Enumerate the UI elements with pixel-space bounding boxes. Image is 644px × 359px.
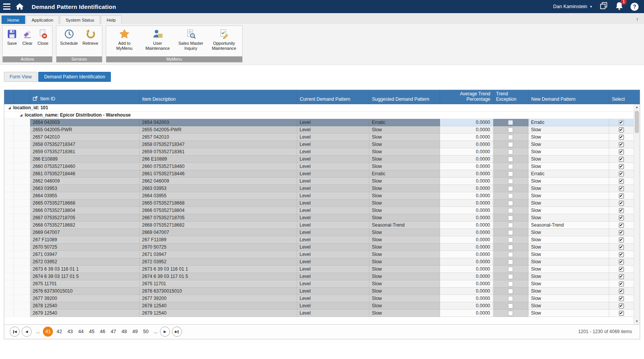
tab-form-view[interactable]: Form View [4, 72, 37, 82]
cell-trend-exception[interactable] [493, 156, 528, 163]
cell-item-description[interactable]: 2667 075352718705 [139, 214, 297, 222]
cell-select[interactable] [609, 266, 634, 273]
select-checkbox[interactable] [619, 230, 624, 235]
cell-trend-exception[interactable] [493, 258, 528, 266]
select-checkbox[interactable] [619, 252, 624, 257]
select-checkbox[interactable] [619, 289, 624, 294]
cell-current-demand-pattern[interactable]: Level [297, 251, 369, 258]
trend-exception-checkbox[interactable] [508, 296, 513, 301]
trend-exception-checkbox[interactable] [508, 201, 513, 206]
cell-suggested-demand-pattern[interactable]: Slow [369, 134, 440, 141]
collapse-group-icon[interactable] [20, 114, 22, 117]
cell-item-id[interactable]: 2674 6 39 03 117 01 5 [30, 273, 139, 280]
cell-suggested-demand-pattern[interactable]: Slow [369, 141, 440, 148]
cell-new-demand-pattern[interactable]: Slow [528, 141, 609, 148]
cell-item-description[interactable]: 2654 042003 [139, 119, 297, 126]
cell-item-id[interactable]: 2679 12540 [30, 310, 139, 317]
table-row[interactable]: 2668 075352718682 2668 075352718682 Leve… [4, 222, 634, 229]
cell-average-trend-percentage[interactable]: 0.0000 [440, 126, 493, 134]
cell-select[interactable] [609, 310, 634, 317]
cell-current-demand-pattern[interactable]: Level [297, 222, 369, 229]
cell-item-description[interactable]: 2678 12540 [139, 302, 297, 310]
cell-item-id[interactable]: 2676 63730015010 [30, 288, 139, 295]
cell-suggested-demand-pattern[interactable]: Slow [369, 192, 440, 200]
column-header-average-trend-percentage[interactable]: Average Trend Percentage [440, 90, 493, 104]
cell-select[interactable] [609, 148, 634, 156]
cell-select[interactable] [609, 141, 634, 148]
notifications-bell-icon[interactable]: 1 [615, 1, 624, 12]
cell-new-demand-pattern[interactable]: Slow [528, 126, 609, 134]
cell-new-demand-pattern[interactable]: Slow [528, 214, 609, 222]
cell-new-demand-pattern[interactable]: Slow [528, 185, 609, 192]
table-row[interactable]: 2676 63730015010 2676 63730015010 Level … [4, 288, 634, 295]
cell-average-trend-percentage[interactable]: 0.0000 [440, 185, 493, 192]
table-row[interactable]: 2679 12540 2679 12540 Level Slow 0.0000 … [4, 310, 634, 317]
cell-item-id[interactable]: 2655 042005-PWR [30, 126, 139, 134]
select-checkbox[interactable] [619, 296, 624, 301]
cell-average-trend-percentage[interactable]: 0.0000 [440, 280, 493, 288]
table-row[interactable]: 2674 6 39 03 117 01 5 2674 6 39 03 117 0… [4, 273, 634, 280]
cell-trend-exception[interactable] [493, 273, 528, 280]
pager-page-48[interactable]: 48 [119, 327, 129, 336]
pager-page-49[interactable]: 49 [130, 327, 139, 336]
trend-exception-checkbox[interactable] [508, 230, 513, 235]
tab-demand-pattern-identification[interactable]: Demand Pattern Identification [38, 72, 111, 82]
trend-exception-checkbox[interactable] [508, 274, 513, 279]
select-checkbox[interactable] [619, 149, 624, 154]
cell-item-id[interactable]: 2671 03947 [30, 251, 139, 258]
cell-trend-exception[interactable] [493, 207, 528, 214]
table-row[interactable]: 2663 03953 2663 03953 Level Slow 0.0000 … [4, 185, 634, 192]
menu-tab-system-status[interactable]: System Status [60, 15, 100, 24]
trend-exception-checkbox[interactable] [508, 149, 513, 154]
cell-suggested-demand-pattern[interactable]: Slow [369, 295, 440, 302]
close-button[interactable]: Close [36, 27, 50, 47]
cell-item-description[interactable]: 2658 075352718347 [139, 141, 297, 148]
cell-item-id[interactable]: 2666 075352718804 [30, 207, 139, 214]
cell-average-trend-percentage[interactable]: 0.0000 [440, 170, 493, 178]
pager-page-47[interactable]: 47 [109, 327, 118, 336]
table-row[interactable]: 2667 075352718705 2667 075352718705 Leve… [4, 214, 634, 222]
cell-new-demand-pattern[interactable]: Slow [528, 229, 609, 236]
cell-select[interactable] [609, 207, 634, 214]
cell-current-demand-pattern[interactable]: Level [297, 214, 369, 222]
trend-exception-checkbox[interactable] [508, 120, 513, 125]
cell-new-demand-pattern[interactable]: Slow [528, 192, 609, 200]
table-row[interactable]: 2664 03955 2664 03955 Level Slow 0.0000 … [4, 192, 634, 200]
cell-current-demand-pattern[interactable]: Level [297, 156, 369, 163]
cell-item-id[interactable]: 2654 042003 [30, 119, 139, 126]
select-checkbox[interactable] [619, 215, 624, 220]
cell-average-trend-percentage[interactable]: 0.0000 [440, 273, 493, 280]
cell-item-id[interactable]: 2675 11701 [30, 280, 139, 288]
cell-item-id[interactable]: 2662 046009 [30, 178, 139, 185]
cell-item-description[interactable]: 2669 047007 [139, 229, 297, 236]
cell-trend-exception[interactable] [493, 266, 528, 273]
group-row-location-name[interactable]: location_name: Epicor Distribution - War… [4, 112, 634, 119]
cell-item-id[interactable]: 2668 075352718682 [30, 222, 139, 229]
cell-current-demand-pattern[interactable]: Level [297, 207, 369, 214]
cell-select[interactable] [609, 229, 634, 236]
select-checkbox[interactable] [619, 259, 624, 264]
cell-item-description[interactable]: 266 E10889 [139, 156, 297, 163]
cell-current-demand-pattern[interactable]: Level [297, 236, 369, 244]
cell-new-demand-pattern[interactable]: Slow [528, 266, 609, 273]
cell-new-demand-pattern[interactable]: Slow [528, 273, 609, 280]
cell-average-trend-percentage[interactable]: 0.0000 [440, 244, 493, 251]
cell-trend-exception[interactable] [493, 148, 528, 156]
pager-page-50[interactable]: 50 [141, 327, 150, 336]
cell-item-id[interactable]: 2657 042010 [30, 134, 139, 141]
cell-suggested-demand-pattern[interactable]: Slow [369, 214, 440, 222]
cell-suggested-demand-pattern[interactable]: Slow [369, 251, 440, 258]
column-header-current-demand-pattern[interactable]: Current Demand Pattern [297, 90, 369, 104]
scrollbar-up-arrow-icon[interactable]: ▲ [634, 104, 640, 110]
cell-trend-exception[interactable] [493, 288, 528, 295]
trend-exception-checkbox[interactable] [508, 157, 513, 162]
select-checkbox[interactable] [619, 186, 624, 191]
collapse-group-icon[interactable] [8, 107, 11, 109]
cell-new-demand-pattern[interactable]: Slow [528, 258, 609, 266]
group-row-location-id[interactable]: location_id: 101 [4, 104, 634, 112]
scrollbar-thumb[interactable] [635, 111, 639, 133]
cell-item-description[interactable]: 2672 03952 [139, 258, 297, 266]
save-button[interactable]: Save [5, 27, 19, 47]
cell-select[interactable] [609, 185, 634, 192]
cell-item-description[interactable]: 2657 042010 [139, 134, 297, 141]
